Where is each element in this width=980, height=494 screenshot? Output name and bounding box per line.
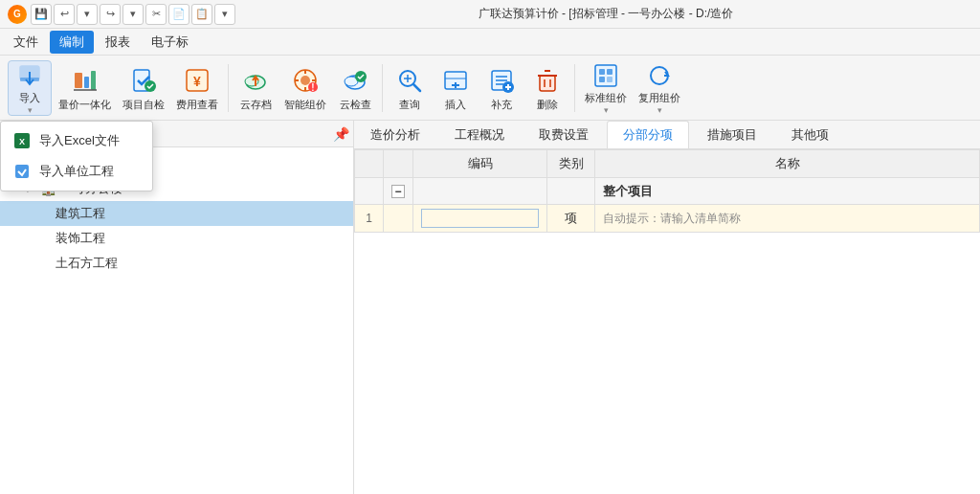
tree-label-arch: 建筑工程 <box>56 205 105 222</box>
cloud-archive-button[interactable]: 云存档 <box>234 60 278 116</box>
menu-bar: 文件 编制 报表 电子标 <box>0 29 980 56</box>
row1-code-input[interactable] <box>421 209 539 228</box>
cloud-check-label: 云检查 <box>340 99 371 111</box>
svg-text:X: X <box>19 137 25 146</box>
save-btn[interactable]: 💾 <box>31 4 52 25</box>
items-table-area: 编码 类别 名称 − 整个项目 <box>354 149 980 494</box>
toolbar-sep-2 <box>382 64 383 112</box>
items-table: 编码 类别 名称 − 整个项目 <box>354 149 980 233</box>
integrate-icon <box>70 65 100 96</box>
import-excel-icon: X <box>12 131 32 150</box>
copy-btn[interactable]: 📄 <box>168 4 189 25</box>
query-button[interactable]: 查询 <box>388 60 432 116</box>
col-code: 编码 <box>413 150 547 178</box>
import-unit-item[interactable]: 导入单位工程 <box>1 156 152 187</box>
svg-text:¥: ¥ <box>193 74 201 89</box>
import-button[interactable]: 导入 ▾ <box>8 60 52 116</box>
svg-text:!: ! <box>311 82 314 93</box>
menu-report[interactable]: 报表 <box>96 31 140 54</box>
cloud-archive-label: 云存档 <box>240 99 272 111</box>
col-category: 类别 <box>547 150 595 178</box>
smart-price-label: 智能组价 <box>284 99 326 111</box>
menu-ebid[interactable]: 电子标 <box>142 31 198 54</box>
more-btn[interactable]: ▾ <box>214 4 235 25</box>
cloud-check-button[interactable]: 云检查 <box>333 60 377 116</box>
import-excel-label: 导入Excel文件 <box>39 132 120 149</box>
window-title: 广联达预算计价 - [招标管理 - 一号办公楼 - D:/造价 <box>239 6 972 22</box>
integrate-label: 量价一体化 <box>58 99 111 111</box>
fee-view-icon: ¥ <box>182 65 212 96</box>
svg-line-26 <box>413 84 420 91</box>
fee-view-button[interactable]: ¥ 费用查看 <box>171 60 223 116</box>
pin-icon[interactable]: 📌 <box>333 126 349 142</box>
import-label: 导入 <box>19 92 40 104</box>
cloud-archive-icon <box>240 65 271 96</box>
tab-overview[interactable]: 工程概况 <box>438 121 521 148</box>
tab-measures[interactable]: 措施项目 <box>691 121 773 148</box>
import-icon <box>14 62 45 89</box>
tree-item-deco[interactable]: 装饰工程 <box>0 226 353 251</box>
import-unit-icon <box>12 162 32 181</box>
standard-group-icon <box>590 62 621 89</box>
undo-arrow[interactable]: ▾ <box>77 4 98 25</box>
self-check-button[interactable]: 项目自检 <box>118 60 169 116</box>
svg-rect-46 <box>599 69 605 75</box>
insert-button[interactable]: 插入 <box>434 60 478 116</box>
total-row-collapse[interactable]: − <box>384 178 413 205</box>
menu-file[interactable]: 文件 <box>4 31 48 54</box>
row1-name[interactable]: 自动提示：请输入清单简称 <box>595 205 980 233</box>
svg-rect-49 <box>607 77 612 82</box>
col-collapse <box>384 150 413 178</box>
smart-price-button[interactable]: ! 智能组价 <box>279 60 331 116</box>
tab-sections[interactable]: 分部分项 <box>607 121 689 148</box>
import-dropdown: X 导入Excel文件 导入单位工程 <box>0 121 153 191</box>
fee-view-label: 费用查看 <box>176 99 218 111</box>
redo-btn[interactable]: ↪ <box>100 4 121 25</box>
reuse-group-button[interactable]: 复用组价 ▾ <box>634 60 685 116</box>
collapse-btn[interactable]: − <box>391 185 405 198</box>
redo-arrow[interactable]: ▾ <box>122 4 144 25</box>
toolbar-controls[interactable]: 💾 ↩ ▾ ↪ ▾ ✂ 📄 📋 ▾ <box>31 4 235 25</box>
delete-label: 删除 <box>537 99 558 111</box>
tree-label-deco: 装饰工程 <box>56 230 105 247</box>
svg-rect-45 <box>595 65 616 86</box>
import-unit-label: 导入单位工程 <box>39 163 114 180</box>
standard-group-label: 标准组价 <box>585 92 627 104</box>
row1-category: 项 <box>547 205 595 233</box>
supplement-icon <box>486 65 517 96</box>
cut-btn[interactable]: ✂ <box>145 4 167 25</box>
cloud-check-icon <box>340 65 370 96</box>
supplement-label: 补充 <box>491 99 512 111</box>
supplement-button[interactable]: 补充 <box>479 60 523 116</box>
integrate-button[interactable]: 量价一体化 <box>54 60 116 116</box>
title-bar: G 💾 ↩ ▾ ↪ ▾ ✂ 📄 📋 ▾ 广联达预算计价 - [招标管理 - 一号… <box>0 0 980 29</box>
tab-cost-analysis[interactable]: 造价分析 <box>354 121 436 148</box>
total-row-category <box>547 178 595 205</box>
standard-group-button[interactable]: 标准组价 ▾ <box>580 60 632 116</box>
tree-item-earth[interactable]: 土石方工程 <box>0 251 353 276</box>
svg-rect-47 <box>607 69 612 75</box>
tab-fee-setting[interactable]: 取费设置 <box>523 121 605 148</box>
query-icon <box>394 65 425 96</box>
right-panel: 造价分析 工程概况 取费设置 分部分项 措施项目 其他项 编码 类别 名称 <box>354 121 980 494</box>
svg-rect-5 <box>91 71 96 90</box>
toolbar-sep-1 <box>228 64 229 112</box>
undo-btn[interactable]: ↩ <box>54 4 75 25</box>
import-excel-item[interactable]: X 导入Excel文件 <box>1 125 152 156</box>
svg-rect-3 <box>75 73 82 88</box>
self-check-label: 项目自检 <box>122 99 165 111</box>
svg-rect-4 <box>84 77 89 88</box>
tab-others[interactable]: 其他项 <box>775 121 845 148</box>
tabs-bar: 造价分析 工程概况 取费设置 分部分项 措施项目 其他项 <box>354 121 980 149</box>
menu-edit[interactable]: 编制 <box>50 31 94 54</box>
tree-item-arch[interactable]: 建筑工程 <box>0 201 353 226</box>
paste-btn[interactable]: 📋 <box>191 4 212 25</box>
self-check-icon <box>128 65 159 96</box>
insert-label: 插入 <box>445 99 466 111</box>
delete-button[interactable]: 删除 <box>525 60 569 116</box>
smart-price-icon: ! <box>290 65 321 96</box>
row1-code[interactable] <box>413 205 547 233</box>
table-row-1: 1 项 自动提示：请输入清单简称 <box>355 205 980 233</box>
app-logo: G <box>8 5 27 24</box>
total-row-code <box>413 178 547 205</box>
